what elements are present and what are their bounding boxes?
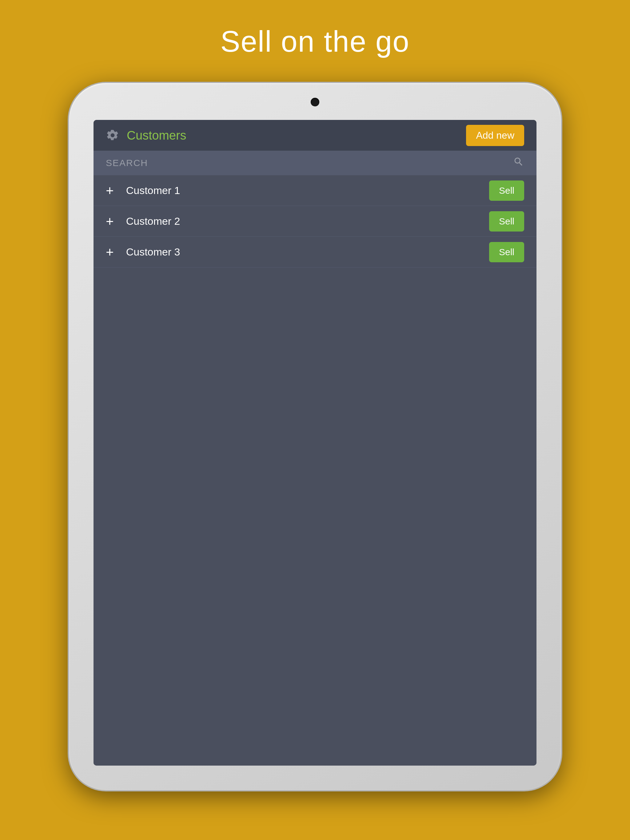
gear-icon[interactable] <box>106 128 119 142</box>
sell-button-3[interactable]: Sell <box>489 242 524 262</box>
tablet-screen: Customers Add new + Customer 1 Sell + Cu… <box>93 120 537 766</box>
sell-button-1[interactable]: Sell <box>489 180 524 201</box>
add-customer-1-icon[interactable]: + <box>106 183 114 198</box>
customer-item-3: + Customer 3 Sell <box>93 237 537 267</box>
customer-2-name: Customer 2 <box>126 215 489 227</box>
tablet-camera <box>311 98 319 106</box>
search-bar <box>93 151 537 175</box>
customer-list: + Customer 1 Sell + Customer 2 Sell + Cu… <box>93 175 537 766</box>
add-new-button[interactable]: Add new <box>466 125 524 146</box>
page-title: Sell on the go <box>220 25 410 58</box>
header-left: Customers <box>106 128 186 142</box>
customers-heading: Customers <box>127 128 186 142</box>
add-customer-3-icon[interactable]: + <box>106 245 114 260</box>
sell-button-2[interactable]: Sell <box>489 211 524 232</box>
customer-item-2: + Customer 2 Sell <box>93 206 537 237</box>
app-header: Customers Add new <box>93 120 537 151</box>
customer-3-name: Customer 3 <box>126 246 489 258</box>
search-input[interactable] <box>106 158 513 168</box>
customer-item-1: + Customer 1 Sell <box>93 175 537 206</box>
tablet-device: Customers Add new + Customer 1 Sell + Cu… <box>69 83 561 790</box>
customer-1-name: Customer 1 <box>126 185 489 196</box>
empty-list-area <box>93 267 537 766</box>
search-icon <box>513 156 524 170</box>
add-customer-2-icon[interactable]: + <box>106 214 114 229</box>
